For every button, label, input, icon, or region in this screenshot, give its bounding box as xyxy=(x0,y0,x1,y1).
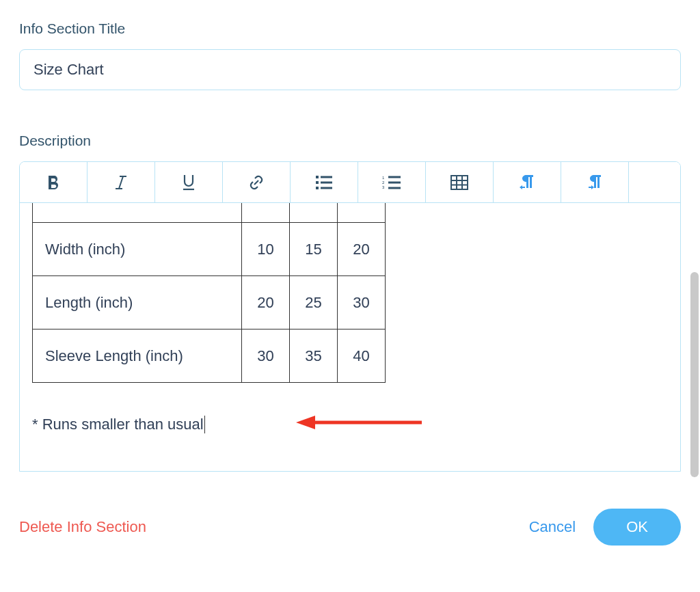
rich-text-editor: 123 xyxy=(19,161,681,472)
numbered-list-button[interactable]: 123 xyxy=(358,162,426,203)
svg-rect-7 xyxy=(321,176,332,178)
table-cell: 35 xyxy=(290,329,338,383)
row-label: Sleeve Length (inch) xyxy=(33,329,242,383)
size-chart-table: Width (inch) 10 15 20 Length (inch) 20 2… xyxy=(32,203,386,383)
note-text: * Runs smaller than usual xyxy=(32,416,204,433)
underline-icon xyxy=(181,174,196,191)
link-icon xyxy=(247,173,266,192)
row-label: Length (inch) xyxy=(33,276,242,329)
editor-note-line: * Runs smaller than usual xyxy=(32,416,668,433)
ltr-icon xyxy=(518,174,536,191)
svg-rect-13 xyxy=(388,176,401,178)
svg-line-2 xyxy=(119,176,123,189)
editor-toolbar: 123 xyxy=(20,162,680,203)
italic-button[interactable] xyxy=(88,162,155,203)
svg-rect-16 xyxy=(451,176,468,189)
cancel-button[interactable]: Cancel xyxy=(529,518,576,536)
table-cell: 25 xyxy=(290,276,338,329)
table-row: Width (inch) 10 15 20 xyxy=(33,223,386,276)
svg-rect-14 xyxy=(388,181,401,183)
link-button[interactable] xyxy=(223,162,291,203)
ltr-button[interactable] xyxy=(494,162,561,203)
text-caret xyxy=(204,416,205,433)
toolbar-spacer xyxy=(629,162,680,203)
bullet-list-icon xyxy=(315,175,333,190)
bold-icon xyxy=(46,174,61,191)
svg-text:2: 2 xyxy=(382,180,385,185)
scrollbar-thumb[interactable] xyxy=(690,272,699,477)
editor-content-area[interactable]: Width (inch) 10 15 20 Length (inch) 20 2… xyxy=(20,203,680,471)
rtl-button[interactable] xyxy=(561,162,629,203)
delete-section-link[interactable]: Delete Info Section xyxy=(19,518,146,536)
ok-button[interactable]: OK xyxy=(593,509,681,546)
bold-button[interactable] xyxy=(20,162,88,203)
row-label: Width (inch) xyxy=(33,223,242,276)
table-cell: 30 xyxy=(242,329,290,383)
svg-text:3: 3 xyxy=(382,185,385,189)
table-cell: 30 xyxy=(338,276,386,329)
table-cell: 40 xyxy=(338,329,386,383)
svg-rect-15 xyxy=(388,187,401,189)
table-cell: 20 xyxy=(338,223,386,276)
svg-marker-22 xyxy=(296,416,315,429)
title-field-label: Info Section Title xyxy=(19,21,681,37)
bullet-list-button[interactable] xyxy=(291,162,358,203)
title-input[interactable] xyxy=(19,49,681,90)
table-cell: 15 xyxy=(290,223,338,276)
svg-rect-4 xyxy=(316,176,319,178)
table-header-row xyxy=(33,203,386,223)
insert-table-button[interactable] xyxy=(426,162,494,203)
table-cell: 20 xyxy=(242,276,290,329)
table-row: Length (inch) 20 25 30 xyxy=(33,276,386,329)
rtl-icon xyxy=(586,174,604,191)
svg-rect-8 xyxy=(321,181,332,183)
svg-rect-9 xyxy=(321,187,332,189)
svg-rect-5 xyxy=(316,181,319,184)
numbered-list-icon: 123 xyxy=(382,175,401,190)
table-icon xyxy=(450,175,468,190)
svg-rect-6 xyxy=(316,187,319,189)
underline-button[interactable] xyxy=(155,162,223,203)
description-field-label: Description xyxy=(19,133,681,149)
italic-icon xyxy=(114,174,128,191)
table-row: Sleeve Length (inch) 30 35 40 xyxy=(33,329,386,383)
table-cell: 10 xyxy=(242,223,290,276)
annotation-arrow xyxy=(295,414,425,435)
svg-text:1: 1 xyxy=(382,176,385,180)
